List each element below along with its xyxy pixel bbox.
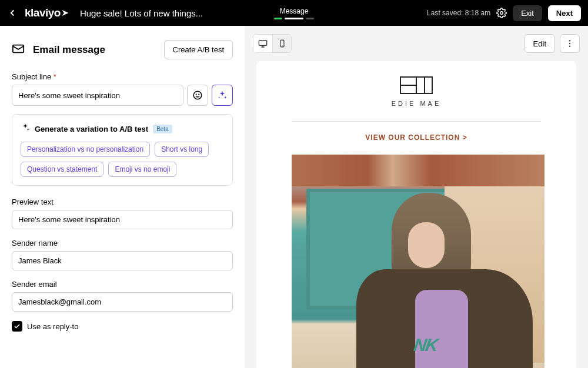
view-collection-link[interactable]: VIEW OUR COLLECTION > (292, 133, 541, 142)
svg-point-10 (569, 40, 570, 41)
svg-rect-5 (259, 41, 266, 46)
sender-name-label: Sender name (12, 239, 233, 247)
subject-label: Subject line (12, 72, 233, 81)
more-actions-button[interactable] (560, 34, 580, 53)
svg-point-4 (199, 94, 199, 95)
emoji-button[interactable] (187, 85, 208, 106)
ab-card-title: Generate a variation to A/B test (35, 125, 148, 133)
form-panel: Email message Create A/B test Subject li… (0, 26, 245, 368)
last-saved: Last saved: 8:18 am (427, 9, 490, 17)
svg-point-11 (569, 43, 570, 44)
step-next-icon (306, 18, 314, 19)
device-toggle (253, 34, 292, 53)
klaviyo-logo: klaviyo (25, 6, 69, 19)
topbar: klaviyo Huge sale! Lots of new things...… (0, 0, 588, 26)
divider (292, 121, 541, 122)
svg-point-3 (196, 94, 196, 95)
edit-button[interactable]: Edit (524, 34, 555, 53)
hero-image: NK (292, 155, 544, 368)
ab-chip-question[interactable]: Question vs statement (21, 162, 103, 177)
topbar-right: Last saved: 8:18 am Exit Next (427, 5, 581, 21)
create-ab-test-button[interactable]: Create A/B test (164, 40, 233, 59)
preview-text-input[interactable] (12, 210, 233, 229)
sparkle-icon (21, 123, 30, 135)
desktop-preview-button[interactable] (253, 35, 272, 52)
ab-chip-length[interactable]: Short vs long (155, 142, 209, 157)
reply-to-checkbox[interactable] (12, 321, 22, 332)
brand-name: EDIE MAE (392, 100, 442, 107)
shirt-graphic-text: NK (413, 335, 439, 355)
step-label: Message (274, 7, 314, 15)
subject-input[interactable] (12, 85, 183, 106)
settings-button[interactable] (496, 8, 507, 18)
next-button[interactable]: Next (548, 5, 581, 21)
preview-panel: Edit EDIE MAE VIEW OUR COLLECTION > (245, 26, 588, 368)
step-done-icon (274, 18, 282, 19)
sender-email-label: Sender email (12, 280, 233, 289)
back-button[interactable] (7, 8, 18, 18)
brand-logo: EDIE MAE (392, 76, 442, 107)
step-indicator: Message (274, 7, 314, 19)
sender-email-input[interactable] (12, 292, 233, 312)
mobile-preview-button[interactable] (272, 35, 291, 52)
email-preview: EDIE MAE VIEW OUR COLLECTION > NK (256, 61, 576, 368)
reply-to-label: Use as reply-to (27, 322, 78, 331)
topbar-left: klaviyo Huge sale! Lots of new things... (7, 6, 203, 19)
panel-header: Email message Create A/B test (12, 40, 233, 59)
envelope-icon (12, 42, 25, 58)
ab-chip-emoji[interactable]: Emoji vs no emoji (108, 162, 176, 177)
main: Email message Create A/B test Subject li… (0, 26, 588, 368)
campaign-title: Huge sale! Lots of new things... (80, 8, 203, 18)
ab-chip-personalization[interactable]: Personalization vs no personalization (21, 142, 150, 157)
ab-suggestions-card: Generate a variation to A/B test Beta Pe… (12, 114, 233, 186)
ai-sparkle-button[interactable] (212, 85, 233, 106)
sender-name-input[interactable] (12, 251, 233, 270)
svg-point-2 (193, 91, 202, 99)
beta-badge: Beta (153, 125, 172, 133)
step-current-icon (285, 18, 303, 19)
svg-point-0 (500, 12, 503, 15)
panel-title: Email message (33, 44, 105, 56)
svg-point-12 (569, 45, 570, 46)
exit-button[interactable]: Exit (513, 5, 542, 21)
preview-text-label: Preview text (12, 198, 233, 206)
